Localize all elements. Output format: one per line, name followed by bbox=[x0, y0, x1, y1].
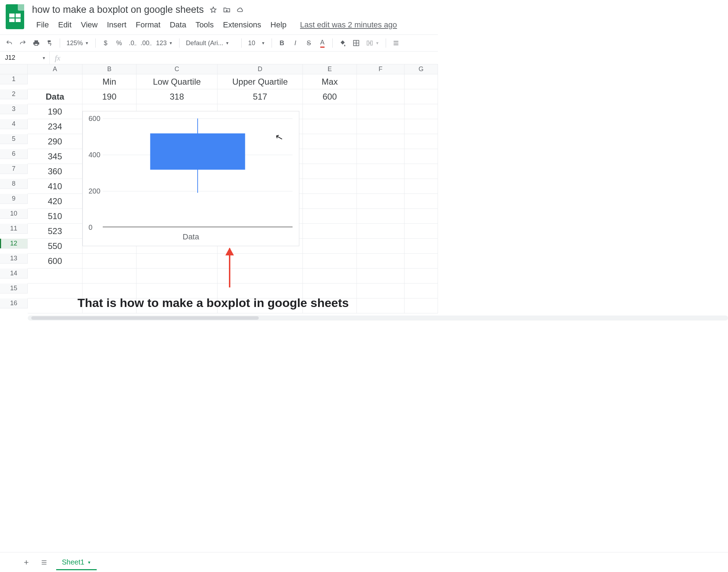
cell-G10[interactable] bbox=[405, 209, 438, 224]
col-C[interactable]: C bbox=[136, 64, 218, 74]
cell-F16[interactable] bbox=[357, 298, 405, 313]
cell-F3[interactable] bbox=[357, 104, 405, 119]
cell-F15[interactable] bbox=[357, 284, 405, 298]
cell-D13[interactable] bbox=[218, 254, 303, 269]
cell-A5[interactable]: 290 bbox=[28, 134, 82, 149]
cell-A12[interactable]: 550 bbox=[28, 239, 82, 254]
menu-extensions[interactable]: Extensions bbox=[219, 19, 266, 31]
menu-edit[interactable]: Edit bbox=[54, 19, 76, 31]
row-7[interactable]: 7 bbox=[0, 164, 28, 174]
font-dropdown[interactable]: Default (Ari...▼ bbox=[184, 39, 237, 47]
cell-F14[interactable] bbox=[357, 269, 405, 284]
cell-G11[interactable] bbox=[405, 224, 438, 239]
cell-C14[interactable] bbox=[136, 269, 218, 284]
redo-button[interactable] bbox=[17, 37, 28, 49]
row-15[interactable]: 15 bbox=[0, 284, 28, 293]
formula-bar[interactable] bbox=[65, 52, 438, 64]
font-size-dropdown[interactable]: 10▼ bbox=[246, 39, 267, 47]
cell-E8[interactable] bbox=[303, 179, 357, 194]
cell-A4[interactable]: 234 bbox=[28, 119, 82, 134]
horizontal-align-button[interactable] bbox=[390, 37, 402, 49]
cell-G4[interactable] bbox=[405, 119, 438, 134]
cell-B1[interactable]: Min bbox=[82, 74, 136, 89]
move-folder-icon[interactable] bbox=[223, 6, 231, 14]
star-icon[interactable] bbox=[209, 6, 217, 14]
cell-G7[interactable] bbox=[405, 164, 438, 179]
cell-G3[interactable] bbox=[405, 104, 438, 119]
menu-data[interactable]: Data bbox=[165, 19, 190, 31]
italic-button[interactable]: I bbox=[290, 37, 301, 49]
cell-F4[interactable] bbox=[357, 119, 405, 134]
cell-F2[interactable] bbox=[357, 89, 405, 104]
cell-G9[interactable] bbox=[405, 194, 438, 209]
cell-A16[interactable] bbox=[28, 298, 82, 313]
row-3[interactable]: 3 bbox=[0, 104, 28, 114]
last-edit-link[interactable]: Last edit was 2 minutes ago bbox=[300, 20, 397, 30]
col-F[interactable]: F bbox=[357, 64, 405, 74]
cell-G12[interactable] bbox=[405, 239, 438, 254]
cell-G13[interactable] bbox=[405, 254, 438, 269]
col-B[interactable]: B bbox=[82, 64, 136, 74]
cell-E11[interactable] bbox=[303, 224, 357, 239]
print-button[interactable] bbox=[31, 37, 42, 49]
menu-view[interactable]: View bbox=[76, 19, 102, 31]
row-14[interactable]: 14 bbox=[0, 269, 28, 279]
cell-E13[interactable] bbox=[303, 254, 357, 269]
decrease-decimal-button[interactable]: .0_ bbox=[127, 37, 138, 49]
select-all-corner[interactable] bbox=[0, 64, 28, 74]
cell-B13[interactable] bbox=[82, 254, 136, 269]
col-D[interactable]: D bbox=[218, 64, 303, 74]
cell-F6[interactable] bbox=[357, 149, 405, 164]
cell-E10[interactable] bbox=[303, 209, 357, 224]
cell-D2[interactable]: 517 bbox=[218, 89, 303, 104]
cell-G8[interactable] bbox=[405, 179, 438, 194]
cell-D1[interactable]: Upper Quartile bbox=[218, 74, 303, 89]
cell-G14[interactable] bbox=[405, 269, 438, 284]
row-16[interactable]: 16 bbox=[0, 298, 28, 308]
cell-A7[interactable]: 360 bbox=[28, 164, 82, 179]
cell-A9[interactable]: 420 bbox=[28, 194, 82, 209]
cell-F9[interactable] bbox=[357, 194, 405, 209]
cell-E6[interactable] bbox=[303, 149, 357, 164]
borders-button[interactable] bbox=[350, 37, 362, 49]
cloud-status-icon[interactable] bbox=[236, 6, 244, 14]
cell-A6[interactable]: 345 bbox=[28, 149, 82, 164]
strikethrough-button[interactable]: S bbox=[303, 37, 315, 49]
cell-A13[interactable]: 600 bbox=[28, 254, 82, 269]
cell-G16[interactable] bbox=[405, 298, 438, 313]
merge-cells-button[interactable]: ▼ bbox=[364, 39, 381, 47]
row-13[interactable]: 13 bbox=[0, 254, 28, 264]
cell-A11[interactable]: 523 bbox=[28, 224, 82, 239]
cell-D14[interactable] bbox=[218, 269, 303, 284]
cell-A15[interactable] bbox=[28, 284, 82, 298]
col-A[interactable]: A bbox=[28, 64, 82, 74]
cell-F10[interactable] bbox=[357, 209, 405, 224]
menu-help[interactable]: Help bbox=[266, 19, 291, 31]
format-percent-button[interactable]: % bbox=[113, 37, 125, 49]
menu-tools[interactable]: Tools bbox=[191, 19, 218, 31]
number-format-dropdown[interactable]: 123▼ bbox=[154, 39, 175, 47]
cell-F13[interactable] bbox=[357, 254, 405, 269]
cell-G5[interactable] bbox=[405, 134, 438, 149]
bold-button[interactable]: B bbox=[276, 37, 288, 49]
col-G[interactable]: G bbox=[405, 64, 438, 74]
paint-format-button[interactable] bbox=[44, 37, 55, 49]
cell-E2[interactable]: 600 bbox=[303, 89, 357, 104]
cell-F5[interactable] bbox=[357, 134, 405, 149]
row-5[interactable]: 5 bbox=[0, 134, 28, 144]
increase-decimal-button[interactable]: .00_ bbox=[140, 37, 152, 49]
cell-E14[interactable] bbox=[303, 269, 357, 284]
cell-E7[interactable] bbox=[303, 164, 357, 179]
boxplot-chart[interactable]: Data 0200400600 bbox=[82, 111, 299, 246]
menu-file[interactable]: File bbox=[32, 19, 53, 31]
cell-C1[interactable]: Low Quartile bbox=[136, 74, 218, 89]
cell-C13[interactable] bbox=[136, 254, 218, 269]
col-E[interactable]: E bbox=[303, 64, 357, 74]
cell-G15[interactable] bbox=[405, 284, 438, 298]
cell-A10[interactable]: 510 bbox=[28, 209, 82, 224]
row-12[interactable]: 12 bbox=[0, 239, 28, 249]
fill-color-button[interactable] bbox=[337, 37, 348, 49]
cell-G6[interactable] bbox=[405, 149, 438, 164]
cell-F7[interactable] bbox=[357, 164, 405, 179]
row-2[interactable]: 2 bbox=[0, 89, 28, 99]
